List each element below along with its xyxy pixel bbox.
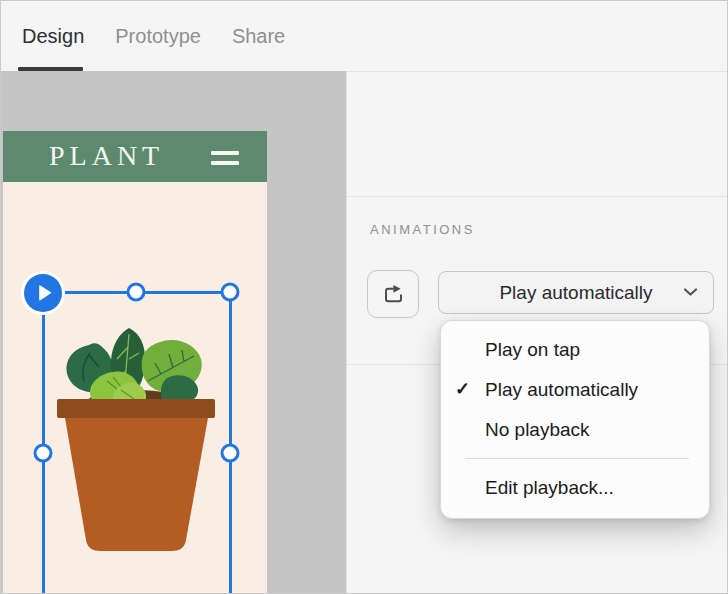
selection-handle-middle-left[interactable] xyxy=(34,444,53,463)
playback-dropdown-menu: ✓ Play on tap ✓ Play automatically ✓ No … xyxy=(440,320,710,519)
playback-trigger-icon xyxy=(381,283,406,305)
checkmark-icon: ✓ xyxy=(455,378,470,400)
playback-mode-dropdown[interactable]: Play automatically xyxy=(438,271,714,314)
tab-share[interactable]: Share xyxy=(232,1,285,71)
menu-divider xyxy=(465,458,689,459)
menu-item-play-on-tap[interactable]: ✓ Play on tap xyxy=(441,330,709,370)
playback-mode-value: Play automatically xyxy=(499,282,652,304)
menu-item-label: Play on tap xyxy=(485,339,580,361)
play-animation-button[interactable] xyxy=(24,274,62,312)
playback-trigger-button[interactable] xyxy=(367,270,419,318)
artboard-app-header: PLANT xyxy=(3,131,267,182)
design-canvas[interactable]: PLANT xyxy=(1,71,346,594)
selection-handle-top-middle[interactable] xyxy=(127,283,146,302)
top-tab-bar: Design Prototype Share xyxy=(1,1,727,71)
menu-item-label: Play automatically xyxy=(485,379,638,401)
animations-section-title: ANIMATIONS xyxy=(370,222,475,237)
menu-item-label: No playback xyxy=(485,419,590,441)
artboard-plant-app[interactable]: PLANT xyxy=(3,131,267,594)
panel-section-divider xyxy=(347,196,728,197)
play-icon xyxy=(37,284,53,302)
tab-design[interactable]: Design xyxy=(22,1,84,71)
app-window: Design Prototype Share PLANT xyxy=(0,0,728,594)
hamburger-menu-icon xyxy=(211,151,239,165)
tab-prototype[interactable]: Prototype xyxy=(115,1,201,71)
properties-panel: ANIMATIONS Play automatically ✓ Play on … xyxy=(346,71,728,594)
selection-bounding-box[interactable] xyxy=(42,291,232,594)
chevron-down-icon xyxy=(683,287,698,297)
menu-item-play-automatically[interactable]: ✓ Play automatically xyxy=(441,370,709,410)
menu-item-label: Edit playback... xyxy=(485,477,614,499)
menu-item-no-playback[interactable]: ✓ No playback xyxy=(441,410,709,450)
selection-handle-top-right[interactable] xyxy=(221,283,240,302)
menu-item-edit-playback[interactable]: Edit playback... xyxy=(441,468,709,508)
selection-handle-middle-right[interactable] xyxy=(221,444,240,463)
artboard-app-title: PLANT xyxy=(49,140,164,172)
